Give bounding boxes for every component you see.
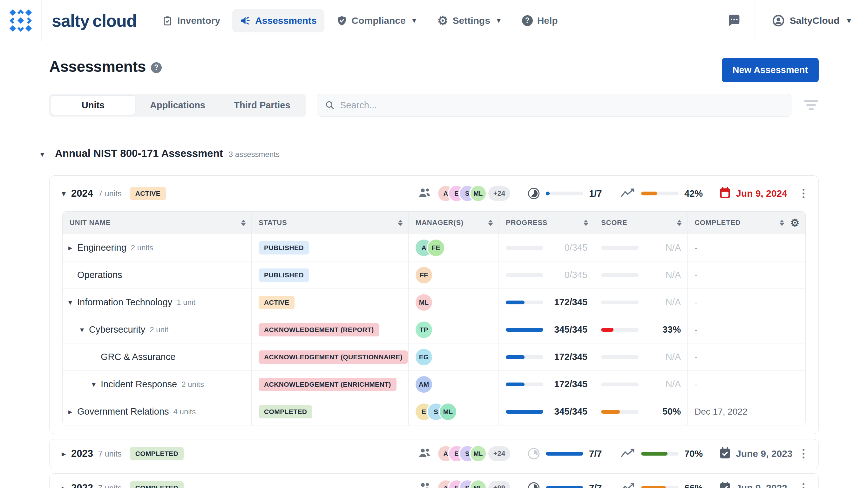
assessment-year: 2024 [71, 188, 93, 199]
sort-toggle[interactable] [488, 220, 493, 226]
avatar[interactable]: ML [470, 186, 486, 201]
table-row[interactable]: ▾ Cybersecurity 2 unit ACKNOWLEDGEMENT (… [63, 316, 805, 343]
chat-bubble-icon [726, 13, 741, 27]
unit-name[interactable]: Operations [77, 270, 122, 280]
avatar[interactable]: ML [470, 480, 486, 488]
due-date: Jun 9, 2024 [736, 188, 794, 199]
chat-bubble-button[interactable] [726, 13, 741, 28]
user-menu[interactable]: SaltyCloud ▼ [755, 14, 868, 27]
trend-icon [621, 482, 635, 488]
nav-inventory[interactable]: Inventory [154, 9, 228, 32]
col-completed: COMPLETED ⚙ [687, 212, 805, 234]
score-value: N/A [639, 270, 681, 280]
people-icon [418, 447, 431, 461]
score-track [601, 301, 639, 304]
table-row[interactable]: ▸ Government Relations 4 units COMPLETED… [63, 398, 805, 425]
row-expand-caret[interactable]: ▸ [68, 243, 77, 252]
row-expand-caret[interactable]: ▾ [68, 298, 77, 307]
tab-applications[interactable]: Applications [135, 95, 220, 115]
brand-logo[interactable]: saltycloud [52, 11, 136, 30]
score-value: 50% [639, 406, 681, 417]
avatar-stack: A E S ML [438, 480, 486, 488]
kebab-menu[interactable] [799, 186, 808, 202]
avatar[interactable]: ML [470, 446, 486, 461]
table-row[interactable]: ▾ Incident Response 2 units ACKNOWLEDGEM… [63, 370, 805, 398]
sort-toggle[interactable] [677, 220, 682, 226]
column-settings-gear-icon[interactable]: ⚙ [790, 218, 800, 228]
unit-name[interactable]: Incident Response [101, 379, 177, 390]
collapse-caret-icon[interactable]: ▾ [62, 189, 71, 199]
search-input[interactable] [340, 100, 783, 111]
expand-caret-icon[interactable]: ▸ [62, 449, 71, 459]
row-expand-caret[interactable]: ▸ [68, 407, 77, 416]
sort-toggle[interactable] [241, 220, 246, 226]
table-row[interactable]: GRC & Assurance ACKNOWLEDGEMENT (QUESTIO… [63, 343, 805, 370]
unit-name[interactable]: Government Relations [77, 406, 169, 417]
filter-icon[interactable] [804, 100, 819, 110]
score-cell: N/A [594, 289, 687, 316]
avatar[interactable]: FE [428, 240, 444, 256]
assessment-2024-header[interactable]: ▾ 2024 7 units ACTIVE A E S ML [50, 176, 818, 211]
avatar[interactable]: AM [415, 376, 432, 393]
nav-compliance[interactable]: Compliance ▼ [329, 9, 426, 32]
nav-settings[interactable]: ⚙ Settings ▼ [430, 8, 509, 33]
score-track [601, 410, 639, 414]
status-cell: ACKNOWLEDGEMENT (REPORT) [251, 316, 408, 343]
app-grid-button[interactable] [0, 0, 42, 41]
chevron-down-icon: ▼ [845, 16, 853, 25]
managers-cell: A FE [408, 234, 498, 261]
kebab-menu[interactable] [799, 446, 808, 462]
people-icon [418, 481, 431, 488]
avatar[interactable]: ML [415, 294, 432, 311]
nav-help[interactable]: ? Help [515, 9, 565, 32]
search-icon [325, 100, 335, 110]
unit-name[interactable]: GRC & Assurance [101, 352, 175, 362]
unit-name[interactable]: Engineering [77, 242, 126, 253]
sort-toggle[interactable] [584, 220, 588, 226]
avatar-overflow-badge[interactable]: +99 [488, 481, 510, 488]
sort-toggle[interactable] [780, 220, 784, 226]
tab-third-parties[interactable]: Third Parties [220, 95, 304, 115]
row-expand-caret[interactable]: ▾ [80, 325, 89, 334]
table-row[interactable]: ▸ Engineering 2 units PUBLISHED A FE [63, 234, 805, 261]
completed-cell: - [687, 262, 805, 288]
search-bar[interactable] [317, 94, 792, 117]
assessment-units-count: 7 units [98, 189, 122, 198]
progress-value: 172/345 [543, 297, 587, 308]
nav-assessments[interactable]: Assessments [232, 9, 324, 32]
avatar[interactable]: EG [415, 349, 432, 365]
unit-name[interactable]: Cybersecurity [89, 325, 145, 335]
completed-cell: - [687, 371, 805, 398]
sort-toggle[interactable] [398, 220, 403, 226]
kebab-menu[interactable] [799, 480, 808, 488]
section-collapse-caret[interactable]: ▾ [40, 150, 49, 159]
avatar[interactable]: ML [440, 403, 456, 420]
progress-track [546, 452, 583, 456]
tab-units[interactable]: Units [51, 95, 135, 115]
trend-icon [621, 188, 635, 199]
new-assessment-button[interactable]: New Assessment [722, 58, 819, 82]
avatar[interactable]: FF [415, 267, 432, 283]
assessment-units-count: 7 units [98, 449, 122, 458]
table-row[interactable]: Operations PUBLISHED FF [63, 261, 805, 288]
avatar-overflow-badge[interactable]: +24 [488, 186, 510, 201]
avatar[interactable]: TP [415, 322, 432, 338]
unit-name[interactable]: Information Technology [77, 297, 172, 308]
score-track [641, 452, 679, 456]
avatar-overflow-badge[interactable]: +24 [488, 447, 510, 461]
page-help-icon[interactable]: ? [151, 62, 162, 73]
row-expand-caret[interactable]: ▾ [92, 380, 101, 389]
page-title: Assessments [49, 58, 146, 75]
completed-date: Dec 17, 2022 [694, 407, 748, 417]
nav-help-label: Help [537, 15, 558, 26]
question-circle-icon: ? [522, 15, 533, 26]
table-row[interactable]: ▾ Information Technology 1 unit ACTIVE M… [63, 288, 805, 316]
progress-cell: 172/345 [498, 371, 594, 398]
status-badge: COMPLETED [130, 447, 184, 460]
nav-assessments-label: Assessments [255, 15, 316, 26]
managers-cell: E S ML [408, 398, 498, 425]
assessment-card-collapsed[interactable]: ▸ 2022 7 units COMPLETED A E S ML [49, 474, 819, 488]
assessment-card-collapsed[interactable]: ▸ 2023 7 units COMPLETED A E S ML [49, 439, 819, 468]
status-cell: PUBLISHED [251, 234, 408, 261]
expand-caret-icon[interactable]: ▸ [62, 483, 71, 488]
